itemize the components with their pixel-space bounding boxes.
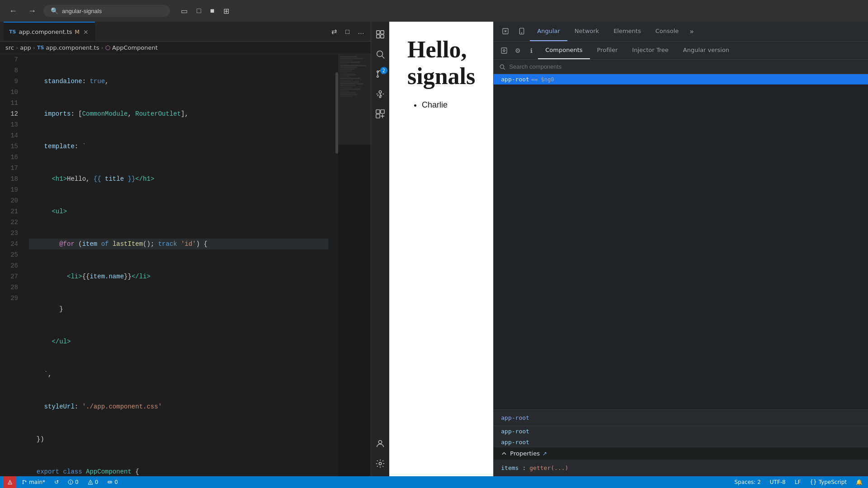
devtools-tab-angular[interactable]: Angular — [530, 22, 567, 41]
angular-panel-inspect-icon[interactable] — [497, 44, 511, 57]
angular-tab-components-label: Components — [545, 47, 582, 53]
angular-tab-components[interactable]: Components — [538, 42, 590, 59]
devtools-tab-network[interactable]: Network — [567, 22, 606, 41]
properties-section: items : getter(...) — [494, 460, 868, 476]
back-button[interactable]: ← — [5, 5, 21, 18]
tree-item-app-root[interactable]: app-root == $ng0 — [494, 74, 868, 84]
breadcrumb-component[interactable]: AppComponent — [112, 44, 158, 51]
status-warnings[interactable]: 0 — [86, 479, 100, 485]
devtools-tab-angular-label: Angular — [537, 28, 560, 34]
tree-empty-area — [494, 84, 868, 409]
svg-rect-12 — [381, 110, 384, 113]
warning-icon — [88, 479, 93, 485]
preview-area: Hello, signals Charlie — [389, 22, 493, 476]
breadcrumb-filename[interactable]: app.component.ts — [46, 44, 99, 51]
sidebar-icon-settings[interactable] — [371, 455, 389, 473]
svg-point-9 — [379, 91, 382, 94]
angular-panel-info-icon[interactable]: ℹ — [524, 44, 538, 57]
forward-button[interactable]: → — [24, 5, 40, 18]
breadcrumb-sep-2: › — [33, 44, 35, 51]
property-items: items : getter(...) — [501, 463, 868, 473]
ts-badge: TS — [9, 29, 16, 35]
property-colon: : — [522, 465, 526, 471]
tab-actions: ⇄ □ … — [329, 26, 367, 38]
top-bar: ← → 🔍 ▭ □ ■ ⊞ — [0, 0, 868, 22]
svg-rect-19 — [501, 48, 507, 53]
language-label: TypeScript — [819, 479, 847, 485]
svg-rect-3 — [381, 35, 384, 38]
properties-section-left: Properties ↗ — [501, 450, 547, 457]
status-errors[interactable]: 0 — [66, 479, 80, 485]
breadcrumb-app[interactable]: app — [20, 44, 31, 51]
sidebar-icon-extensions[interactable] — [371, 105, 389, 123]
angular-panel-settings-icon[interactable]: ⚙ — [511, 44, 524, 57]
sidebar-icon-account[interactable] — [371, 435, 389, 453]
tree-item-name: app-root — [501, 76, 529, 83]
breadcrumb-sep-3: › — [101, 44, 103, 51]
minimap — [338, 54, 371, 476]
angular-tab-profiler[interactable]: Profiler — [590, 42, 625, 59]
svg-line-5 — [382, 56, 384, 58]
component-breadcrumb-item[interactable]: app-root — [501, 414, 529, 421]
status-bar: main* ↺ 0 0 0 — [0, 476, 868, 488]
properties-link-icon[interactable]: ↗ — [542, 450, 547, 457]
devtools-tab-inspect[interactable] — [497, 22, 514, 41]
devtools-tab-console[interactable]: Console — [648, 22, 686, 41]
editor-area: TS app.component.ts M ✕ ⇄ □ … src › app … — [0, 22, 371, 476]
layout-grid-button[interactable]: ⊞ — [220, 5, 233, 17]
preview-content: Hello, signals Charlie — [389, 22, 493, 476]
line-endings-label: LF — [795, 479, 801, 485]
tab-close-button[interactable]: ✕ — [82, 28, 90, 36]
ports-count: 0 — [114, 479, 118, 485]
status-language[interactable]: {} TypeScript — [808, 479, 849, 485]
search-icon — [499, 64, 505, 70]
status-ports[interactable]: 0 — [105, 479, 120, 485]
layout-sidebar-button[interactable]: ▭ — [177, 5, 191, 17]
status-notifications[interactable]: 🔔 — [854, 479, 864, 485]
breadcrumb-src[interactable]: src — [5, 44, 14, 51]
angular-tab-angular-version-label: Angular version — [683, 47, 729, 53]
notifications-icon: 🔔 — [856, 479, 863, 485]
angular-panel-tabs: ⚙ ℹ Components Profiler Injector Tree An… — [494, 42, 868, 60]
search-input[interactable] — [62, 8, 152, 14]
devtools-tab-elements[interactable]: Elements — [606, 22, 648, 41]
status-branch[interactable]: main* — [20, 479, 47, 485]
status-line-endings[interactable]: LF — [793, 479, 803, 485]
svg-point-28 — [71, 483, 71, 483]
angular-tab-profiler-label: Profiler — [597, 47, 618, 53]
more-actions-button[interactable]: … — [355, 26, 367, 38]
angular-tab-angular-version[interactable]: Angular version — [676, 42, 736, 59]
sidebar-icon-explorer[interactable] — [371, 25, 389, 43]
sidebar-icon-search[interactable] — [371, 45, 389, 63]
components-search-bar[interactable] — [494, 60, 868, 74]
code-content[interactable]: standalone: true, imports: [CommonModule… — [22, 54, 335, 476]
status-encoding[interactable]: UTF-8 — [768, 479, 788, 485]
code-area[interactable]: 7 8 9 10 11 12 13 14 15 16 17 18 19 20 2… — [0, 54, 371, 476]
component-detail-panel: app-root app-root app-root < > Pro — [494, 409, 868, 476]
sidebar-icon-git[interactable]: 2 — [371, 65, 389, 83]
editor-tab-app-component[interactable]: TS app.component.ts M ✕ — [4, 22, 95, 41]
angular-tab-injector-tree[interactable]: Injector Tree — [625, 42, 675, 59]
tree-label-row-1: app-root — [494, 426, 868, 436]
properties-section-header: Properties ↗ — [494, 447, 868, 460]
status-sync[interactable]: ↺ — [52, 479, 61, 485]
svg-line-22 — [504, 68, 505, 69]
devtools-tab-more[interactable]: » — [686, 27, 698, 36]
sync-action-button[interactable]: ⇄ — [329, 26, 340, 38]
svg-point-25 — [25, 481, 26, 482]
devtools-panel: Angular Network Elements Console » ⚙ ⋮ ✕ — [493, 22, 868, 476]
component-tree: app-root == $ng0 — [494, 74, 868, 409]
svg-point-20 — [503, 50, 505, 52]
devtools-tab-device[interactable] — [514, 22, 530, 41]
components-search-input[interactable] — [509, 63, 868, 70]
split-editor-button[interactable]: □ — [343, 26, 352, 38]
status-spaces[interactable]: Spaces: 2 — [732, 479, 762, 485]
layout-split-button[interactable]: □ — [193, 5, 205, 17]
status-bar-left: main* ↺ 0 0 0 — [4, 476, 120, 488]
preview-list-item-charlie: Charlie — [422, 100, 475, 110]
svg-point-24 — [23, 483, 24, 484]
layout-panel-button[interactable]: ■ — [207, 5, 218, 17]
sidebar-icon-debug[interactable] — [371, 85, 389, 103]
svg-point-14 — [378, 441, 382, 444]
address-bar[interactable]: 🔍 — [43, 5, 170, 17]
